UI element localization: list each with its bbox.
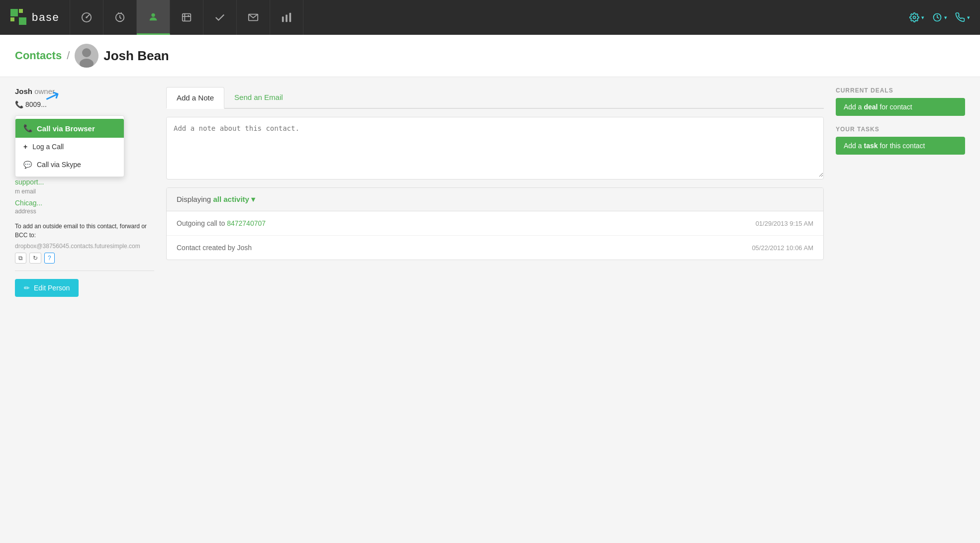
dropbox-icons-row: ⧉ ↻ ? xyxy=(15,253,154,264)
top-navigation: base ▾ xyxy=(0,0,980,35)
tab-send-email[interactable]: Send an Email xyxy=(224,87,293,109)
tab-add-note[interactable]: Add a Note xyxy=(166,87,224,109)
nav-item-reports[interactable] xyxy=(270,0,303,35)
dropbox-info-text: To add an outside email to this contact,… xyxy=(15,222,154,240)
pencil-icon: ✏ xyxy=(24,284,30,292)
nav-item-email[interactable] xyxy=(237,0,270,35)
phone-icon: 📞 xyxy=(15,100,23,108)
current-deals-title: CURRENT DEALS xyxy=(836,87,965,94)
nav-item-dashboard[interactable] xyxy=(70,0,103,35)
edit-person-button[interactable]: ✏ Edit Person xyxy=(15,279,79,297)
activity-phone-link[interactable]: 8472740707 xyxy=(227,219,266,227)
address-label: address xyxy=(15,208,154,215)
email-label: m email xyxy=(15,188,154,195)
your-tasks-title: YOUR TASKS xyxy=(836,126,965,133)
phone-call-icon: 📞 xyxy=(23,124,33,133)
activity-row-1: Outgoing call to 8472740707 01/29/2013 9… xyxy=(167,211,823,236)
main-layout: Josh owner 📞 8009... ↙ 📞 Call via Browse… xyxy=(0,77,980,307)
add-task-button[interactable]: Add a task for this contact xyxy=(836,137,965,155)
svg-rect-1 xyxy=(19,9,23,13)
contact-name: Josh Bean xyxy=(103,48,169,64)
right-sidebar: CURRENT DEALS Add a deal for contact YOU… xyxy=(836,87,965,297)
log-a-call-btn[interactable]: + Log a Call xyxy=(15,138,124,156)
help-dropbox-btn[interactable]: ? xyxy=(44,253,55,264)
breadcrumb: Contacts / Josh Bean xyxy=(0,35,980,77)
nav-item-deals[interactable] xyxy=(170,0,203,35)
plus-icon: + xyxy=(23,143,27,151)
nav-item-leads[interactable] xyxy=(203,0,237,35)
activity-section: Displaying all activity ▾ Outgoing call … xyxy=(166,187,824,260)
nav-settings[interactable]: ▾ xyxy=(909,12,924,22)
phone-row: 📞 8009... ↙ 📞 Call via Browser + Log a C… xyxy=(15,100,154,108)
activity-header: Displaying all activity ▾ xyxy=(167,188,823,211)
nav-item-tasks[interactable] xyxy=(103,0,137,35)
svg-rect-12 xyxy=(289,13,291,22)
activity-text-1: Outgoing call to 8472740707 xyxy=(177,219,266,227)
nav-right: ▾ ▾ ▾ xyxy=(909,12,970,22)
logo-text: base xyxy=(32,11,60,24)
note-box xyxy=(166,117,824,180)
nav-recent[interactable]: ▾ xyxy=(932,12,947,22)
left-sidebar: Josh owner 📞 8009... ↙ 📞 Call via Browse… xyxy=(15,87,154,297)
contact-owner: Josh owner xyxy=(15,87,154,95)
svg-point-16 xyxy=(82,48,91,57)
activity-timestamp-1: 01/29/2013 9:15 AM xyxy=(756,220,813,227)
contact-address: Chicag... xyxy=(15,199,154,207)
center-content: Add a Note Send an Email Displaying all … xyxy=(166,87,824,297)
svg-rect-8 xyxy=(182,14,191,21)
activity-row-2: Contact created by Josh 05/22/2012 10:06… xyxy=(167,236,823,260)
note-textarea[interactable] xyxy=(167,117,823,177)
nav-phone[interactable]: ▾ xyxy=(955,12,970,22)
sidebar-divider xyxy=(15,271,154,271)
add-deal-button[interactable]: Add a deal for contact xyxy=(836,98,965,116)
activity-timestamp-2: 05/22/2012 10:06 AM xyxy=(752,244,813,252)
call-dropdown-menu: 📞 Call via Browser + Log a Call 💬 Call v… xyxy=(15,115,124,177)
all-activity-filter[interactable]: all activity ▾ xyxy=(213,195,255,203)
svg-point-13 xyxy=(913,16,916,19)
dropdown-arrow-icon: ▾ xyxy=(251,195,255,203)
contact-email: support... xyxy=(15,178,154,186)
contact-avatar xyxy=(75,44,98,68)
tabs-row: Add a Note Send an Email xyxy=(166,87,824,109)
svg-rect-11 xyxy=(286,15,288,22)
svg-rect-0 xyxy=(10,9,18,16)
breadcrumb-contacts-link[interactable]: Contacts xyxy=(15,49,62,62)
call-via-skype-btn[interactable]: 💬 Call via Skype xyxy=(15,156,124,174)
svg-point-5 xyxy=(86,16,88,18)
logo-icon xyxy=(10,8,28,26)
nav-items xyxy=(70,0,909,35)
svg-point-7 xyxy=(151,13,155,16)
skype-icon: 💬 xyxy=(23,161,32,169)
svg-rect-10 xyxy=(282,16,284,22)
svg-rect-2 xyxy=(10,17,14,21)
copy-dropbox-btn[interactable]: ⧉ xyxy=(15,253,26,264)
logo-area[interactable]: base xyxy=(10,8,60,26)
call-via-browser-btn[interactable]: 📞 Call via Browser xyxy=(15,119,124,138)
breadcrumb-separator: / xyxy=(67,49,70,62)
nav-item-contacts[interactable] xyxy=(137,0,170,35)
refresh-dropbox-btn[interactable]: ↻ xyxy=(29,253,41,264)
svg-rect-3 xyxy=(19,17,26,25)
dropbox-email: dropbox@38756045.contacts.futuresimple.c… xyxy=(15,243,154,250)
activity-text-2: Contact created by Josh xyxy=(177,244,252,252)
